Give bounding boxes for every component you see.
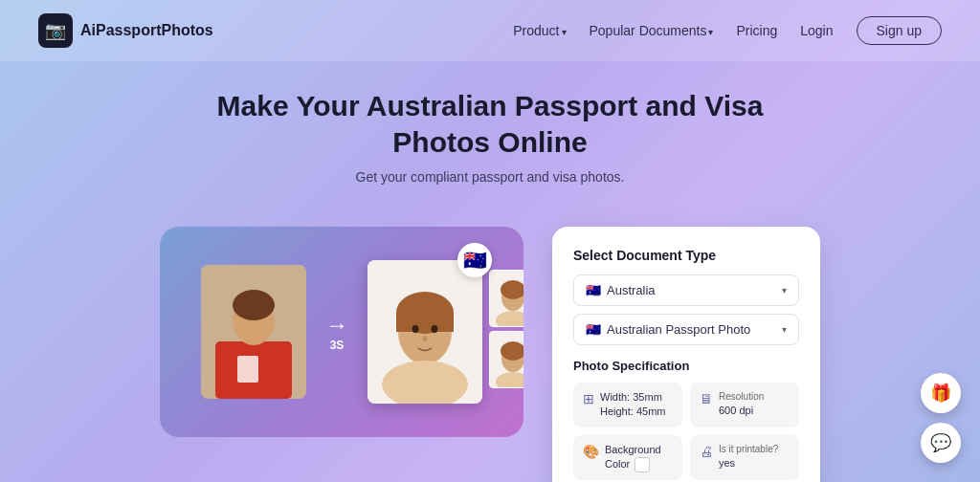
logo-text: AiPassportPhotos [80,22,213,39]
country-flag-badge: 🇦🇺 [457,243,492,277]
logo-icon: 📷 [38,13,73,48]
hero-subtitle: Get your compliant passport and visa pho… [19,169,961,185]
spec-printable: 🖨 Is it printable? yes [690,435,799,480]
dimensions-icon: ⊞ [583,391,594,406]
photo-main [368,260,482,404]
nav-links: Product▾ Popular Documents▾ Pricing Logi… [513,16,942,45]
document-flag: 🇦🇺 [586,322,601,337]
spec-resolution: 🖥 Resolution 600 dpi [690,383,799,427]
transform-arrow: → 3S [325,312,348,352]
floating-buttons: 🎁 💬 [921,373,961,463]
form-section-title: Select Document Type [573,248,799,263]
nav-item-signup[interactable]: Sign up [857,16,942,45]
photo-thumbnails [489,270,523,388]
photo-before [201,265,306,399]
document-label: Australian Passport Photo [607,322,750,337]
signup-button[interactable]: Sign up [857,16,942,45]
hero-section: Make Your Australian Passport and Visa P… [0,61,980,227]
chevron-down-icon-2: ▾ [782,324,787,335]
spec-grid: ⊞ Width: 35mm Height: 45mm 🖥 Resolution … [573,383,799,480]
svg-rect-8 [396,313,454,332]
gift-icon: 🎁 [930,383,951,404]
spec-title: Photo Specification [573,359,799,373]
resolution-icon: 🖥 [700,391,713,406]
nav-item-popular-docs[interactable]: Popular Documents▾ [590,22,714,39]
svg-point-12 [423,336,428,341]
document-select[interactable]: 🇦🇺 Australian Passport Photo ▾ [573,314,799,345]
nav-item-login[interactable]: Login [800,22,833,39]
chat-icon: 💬 [930,432,951,453]
photo-transform-panel: → 3S 🇦🇺 [160,227,523,437]
hero-title: Make Your Australian Passport and Visa P… [193,88,787,160]
photo-thumb-1 [489,270,523,327]
svg-point-10 [412,325,419,333]
select-group: 🇦🇺 Australia ▾ 🇦🇺 Australian Passport Ph… [573,274,799,345]
spec-dimensions: ⊞ Width: 35mm Height: 45mm [573,383,682,427]
color-swatch[interactable] [635,457,650,472]
photo-thumb-2 [489,331,523,388]
form-panel: Select Document Type 🇦🇺 Australia ▾ 🇦🇺 A… [552,227,820,482]
content-area: → 3S 🇦🇺 [0,227,980,482]
chat-button[interactable]: 💬 [921,423,961,463]
country-label: Australia [607,283,656,297]
chevron-down-icon: ▾ [782,285,787,296]
svg-point-3 [233,290,275,320]
background-color-label: Background Color [605,444,661,470]
logo[interactable]: 📷 AiPassportPhotos [38,13,213,48]
timer-label: 3S [330,339,345,352]
country-flag: 🇦🇺 [586,283,601,297]
nav-item-pricing[interactable]: Pricing [736,22,777,39]
gift-button[interactable]: 🎁 [921,373,961,413]
svg-rect-4 [237,356,258,383]
country-select[interactable]: 🇦🇺 Australia ▾ [573,274,799,306]
photo-after-group: 🇦🇺 [368,260,482,404]
svg-point-11 [432,325,438,333]
print-icon: 🖨 [700,444,713,459]
spec-background-color: 🎨 Background Color [573,435,682,480]
photo-before-image [201,265,306,399]
color-icon: 🎨 [583,444,599,459]
nav-item-product[interactable]: Product▾ [513,22,566,39]
navbar: 📷 AiPassportPhotos Product▾ Popular Docu… [0,0,980,61]
